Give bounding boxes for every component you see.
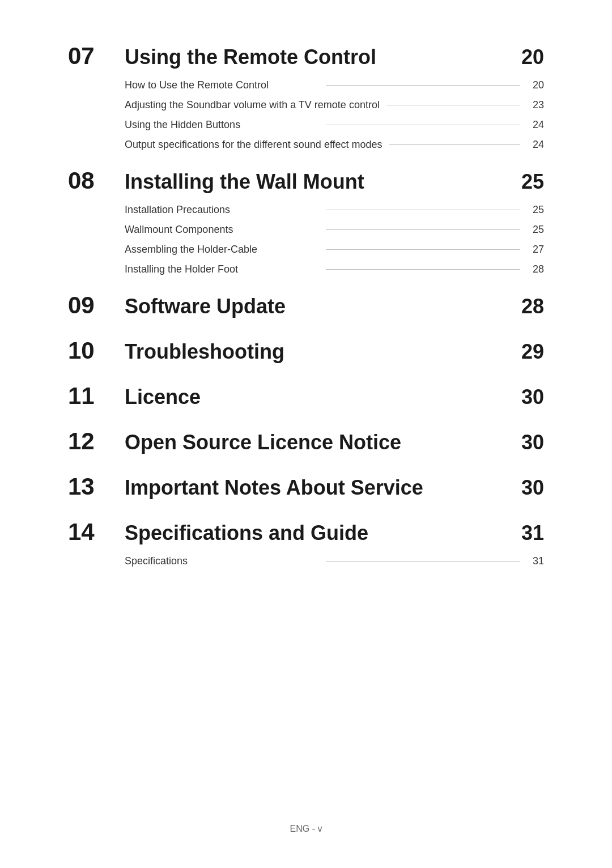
toc-page-12: 30	[510, 431, 544, 454]
toc-main-row-12: 12Open Source Licence Notice30	[68, 419, 544, 454]
toc-main-row-14: 14Specifications and Guide31	[68, 510, 544, 545]
toc-number-09: 09	[68, 293, 125, 317]
toc-page-09: 28	[510, 295, 544, 318]
toc-dots	[386, 105, 520, 105]
toc-number-08: 08	[68, 169, 125, 193]
toc-main-row-07: 07Using the Remote Control20	[68, 34, 544, 69]
toc-sub-row: Wallmount Components25	[125, 224, 544, 236]
toc-title-07: Using the Remote Control	[125, 46, 510, 69]
toc-main-row-11: 11Licence30	[68, 374, 544, 409]
toc-page-08: 25	[510, 170, 544, 194]
toc-sub-page: 20	[527, 79, 544, 91]
toc-sub-row: Output specifications for the different …	[125, 139, 544, 151]
toc-sub-page: 23	[527, 99, 544, 111]
toc-title-13: Important Notes About Service	[125, 476, 510, 499]
toc-number-12: 12	[68, 429, 125, 453]
toc-section-12: 12Open Source Licence Notice30	[68, 419, 544, 454]
toc-sub-page: 24	[527, 139, 544, 151]
toc-sub-row: Installing the Holder Foot28	[125, 263, 544, 275]
toc-number-13: 13	[68, 475, 125, 499]
toc-main-row-09: 09Software Update28	[68, 283, 544, 318]
toc-sub-label: Output specifications for the different …	[125, 139, 382, 151]
toc-section-11: 11Licence30	[68, 374, 544, 409]
toc-section-07: 07Using the Remote Control20How to Use t…	[68, 34, 544, 151]
toc-dots	[326, 125, 520, 125]
toc-sub-label: Installation Precautions	[125, 204, 319, 216]
toc-sub-row: How to Use the Remote Control20	[125, 79, 544, 91]
toc-sub-page: 31	[527, 555, 544, 567]
toc-sub-page: 24	[527, 119, 544, 131]
footer-label: ENG - v	[290, 824, 322, 833]
toc-sub-row: Adjusting the Soundbar volume with a TV …	[125, 99, 544, 111]
toc-page-10: 29	[510, 340, 544, 364]
toc-sub-row: Specifications31	[125, 555, 544, 567]
toc-dots	[326, 561, 520, 561]
toc-title-12: Open Source Licence Notice	[125, 431, 510, 454]
toc-main-row-10: 10Troubleshooting29	[68, 329, 544, 364]
toc-section-13: 13Important Notes About Service30	[68, 465, 544, 500]
toc-page-11: 30	[510, 385, 544, 409]
toc-sub-rows-08: Installation Precautions25Wallmount Comp…	[68, 204, 544, 275]
toc-dots	[389, 144, 520, 145]
toc-sub-label: Specifications	[125, 555, 319, 567]
toc-title-14: Specifications and Guide	[125, 522, 510, 544]
toc-sub-row: Installation Precautions25	[125, 204, 544, 216]
toc-main-row-08: 08Installing the Wall Mount25	[68, 159, 544, 194]
footer-text: ENG - v	[0, 824, 612, 834]
toc-sub-row: Assembling the Holder-Cable27	[125, 244, 544, 256]
toc-sub-label: Wallmount Components	[125, 224, 319, 236]
toc-page-13: 30	[510, 476, 544, 500]
toc-title-11: Licence	[125, 386, 510, 409]
table-of-contents: 07Using the Remote Control20How to Use t…	[68, 34, 544, 567]
toc-section-14: 14Specifications and Guide31Specificatio…	[68, 510, 544, 567]
toc-page-14: 31	[510, 521, 544, 545]
toc-main-row-13: 13Important Notes About Service30	[68, 465, 544, 500]
toc-page-07: 20	[510, 45, 544, 69]
toc-number-11: 11	[68, 384, 125, 408]
toc-dots	[326, 249, 520, 250]
toc-sub-page: 28	[527, 263, 544, 275]
toc-number-07: 07	[68, 44, 125, 68]
toc-dots	[326, 229, 520, 230]
toc-dots	[326, 85, 520, 86]
toc-sub-label: Adjusting the Soundbar volume with a TV …	[125, 99, 380, 111]
toc-sub-page: 27	[527, 244, 544, 256]
toc-dots	[326, 210, 520, 210]
toc-sub-page: 25	[527, 224, 544, 236]
toc-sub-page: 25	[527, 204, 544, 216]
toc-sub-rows-07: How to Use the Remote Control20Adjusting…	[68, 79, 544, 151]
toc-sub-label: Assembling the Holder-Cable	[125, 244, 319, 256]
toc-number-14: 14	[68, 520, 125, 544]
toc-sub-label: Installing the Holder Foot	[125, 263, 319, 275]
toc-dots	[326, 269, 520, 270]
toc-sub-row: Using the Hidden Buttons24	[125, 119, 544, 131]
toc-section-08: 08Installing the Wall Mount25Installatio…	[68, 159, 544, 275]
toc-sub-label: How to Use the Remote Control	[125, 79, 319, 91]
toc-number-10: 10	[68, 339, 125, 363]
toc-sub-label: Using the Hidden Buttons	[125, 119, 319, 131]
toc-section-10: 10Troubleshooting29	[68, 329, 544, 364]
toc-section-09: 09Software Update28	[68, 283, 544, 318]
toc-sub-rows-14: Specifications31	[68, 555, 544, 567]
toc-title-09: Software Update	[125, 295, 510, 318]
toc-title-10: Troubleshooting	[125, 341, 510, 363]
toc-title-08: Installing the Wall Mount	[125, 171, 510, 193]
